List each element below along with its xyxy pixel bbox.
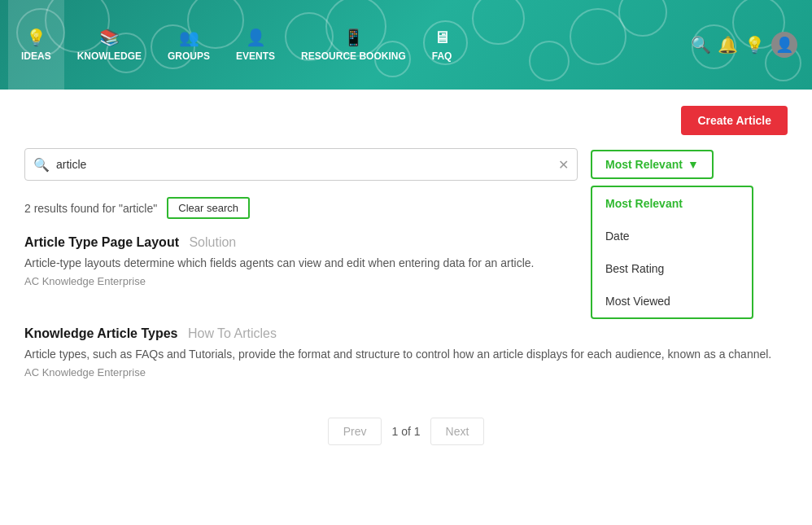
sort-option-date[interactable]: Date: [592, 220, 752, 252]
search-clear-icon[interactable]: ✕: [558, 157, 569, 173]
next-button[interactable]: Next: [430, 418, 485, 445]
article-type-2: How To Articles: [188, 326, 277, 340]
nav-item-knowledge[interactable]: 📚 KNOWLEDGE: [64, 0, 155, 90]
sort-label: Most Relevant: [605, 158, 683, 171]
pagination: Prev 1 of 1 Next: [24, 418, 788, 445]
sort-option-most-viewed[interactable]: Most Viewed: [592, 285, 752, 317]
sort-option-best-rating[interactable]: Best Rating: [592, 252, 752, 285]
bell-icon[interactable]: 🔔: [718, 35, 738, 55]
sort-container: Most Relevant ▼ Most Relevant Date Best …: [591, 150, 714, 179]
nav-actions: 🔍 🔔 💡 👤: [691, 32, 804, 58]
clear-search-button[interactable]: Clear search: [167, 197, 250, 219]
groups-icon: 👥: [179, 28, 199, 47]
events-icon: 👤: [246, 28, 266, 47]
user-avatar[interactable]: 👤: [771, 32, 797, 58]
sort-option-most-relevant[interactable]: Most Relevant: [592, 187, 752, 220]
header: 💡 IDEAS 📚 KNOWLEDGE 👥 GROUPS 👤 EVENTS 📱 …: [0, 0, 812, 90]
lightbulb-icon[interactable]: 💡: [744, 35, 765, 55]
nav-label-resource-booking: RESOURCE BOOKING: [301, 50, 406, 62]
nav-label-groups: GROUPS: [168, 50, 210, 62]
prev-button[interactable]: Prev: [328, 418, 382, 445]
article-title-text-1: Article Type Page Layout: [24, 235, 179, 249]
article-type-1: Solution: [189, 235, 236, 249]
nav-bar: 💡 IDEAS 📚 KNOWLEDGE 👥 GROUPS 👤 EVENTS 📱 …: [8, 0, 804, 90]
article-desc-2: Article types, such as FAQs and Tutorial…: [24, 346, 788, 363]
results-count: 2 results found for "article": [24, 202, 157, 215]
search-icon: 🔍: [33, 157, 50, 173]
resource-booking-icon: 📱: [343, 28, 364, 47]
article-title-2[interactable]: Knowledge Article Types How To Articles: [24, 326, 788, 341]
sort-arrow-icon: ▼: [688, 158, 699, 171]
main-content: Create Article 🔍 ✕ Most Relevant ▼ Most …: [0, 90, 812, 462]
nav-item-resource-booking[interactable]: 📱 RESOURCE BOOKING: [288, 0, 419, 90]
page-info: 1 of 1: [391, 425, 420, 438]
nav-label-ideas: IDEAS: [21, 50, 51, 62]
search-box: 🔍 ✕: [24, 148, 578, 181]
sort-button[interactable]: Most Relevant ▼: [591, 150, 714, 179]
faq-icon: 🖥: [434, 28, 450, 47]
ideas-icon: 💡: [26, 28, 46, 47]
nav-item-events[interactable]: 👤 EVENTS: [223, 0, 288, 90]
nav-item-groups[interactable]: 👥 GROUPS: [155, 0, 223, 90]
article-source-2: AC Knowledge Enterprise: [24, 366, 788, 378]
knowledge-icon: 📚: [99, 28, 120, 47]
nav-label-events: EVENTS: [236, 50, 275, 62]
nav-item-faq[interactable]: 🖥 FAQ: [419, 0, 465, 90]
nav-label-knowledge: KNOWLEDGE: [77, 50, 142, 62]
search-nav-icon[interactable]: 🔍: [691, 35, 711, 55]
search-input[interactable]: [56, 158, 558, 171]
article-item: Knowledge Article Types How To Articles …: [24, 326, 788, 395]
create-article-button[interactable]: Create Article: [681, 106, 788, 135]
article-title-text-2: Knowledge Article Types: [24, 326, 177, 340]
top-bar: Create Article: [24, 106, 788, 135]
nav-item-ideas[interactable]: 💡 IDEAS: [8, 0, 64, 90]
nav-label-faq: FAQ: [432, 50, 452, 62]
sort-dropdown: Most Relevant Date Best Rating Most View…: [591, 186, 753, 319]
search-row: 🔍 ✕ Most Relevant ▼ Most Relevant Date B…: [24, 148, 788, 181]
